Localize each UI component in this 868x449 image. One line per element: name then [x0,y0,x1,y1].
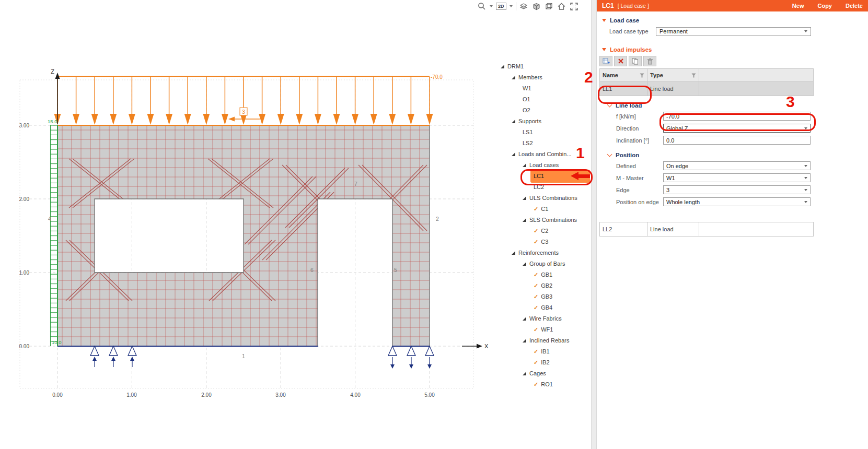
tree-item-o2[interactable]: O2 [496,105,591,116]
collapse-icon[interactable] [602,19,606,22]
add-impulse-button[interactable] [599,56,612,66]
zoom-dropdown-icon[interactable] [490,5,493,7]
f-input[interactable] [663,112,811,121]
tree-item-wire-fabrics[interactable]: Wire Fabrics [496,313,591,324]
structural-view[interactable]: -70.0 3 15.0 10.0 Z [0,0,495,449]
tree-item-ib2[interactable]: ✓IB2 [496,357,591,368]
tree-item-gb2[interactable]: ✓GB2 [496,280,591,291]
tree-item-gb4[interactable]: ✓GB4 [496,302,591,313]
tree-item-c2[interactable]: ✓C2 [496,226,591,237]
checkbox-checked-icon[interactable]: ✓ [534,302,538,313]
delete-impulse-button[interactable] [614,56,627,66]
tree-item-group-of-bars[interactable]: Group of Bars [496,258,591,269]
tree-item-supports[interactable]: Supports [496,116,591,127]
checkbox-checked-icon[interactable]: ✓ [534,269,538,280]
checkbox-checked-icon[interactable]: ✓ [534,291,538,302]
checkbox-checked-icon[interactable]: ✓ [534,346,538,357]
expand-icon[interactable] [523,372,526,375]
inclination-input[interactable] [663,136,811,145]
load-impulses-section-header[interactable]: Load impulses [602,46,868,53]
table-row-ll1[interactable]: LL1 Line load [599,82,814,96]
column-type[interactable]: Type [647,69,699,81]
zoom-icon[interactable] [477,2,487,11]
expand-icon[interactable] [523,218,526,222]
tree-item-ro1[interactable]: ✓RO1 [496,379,591,390]
collapse-icon[interactable] [602,48,606,51]
cell-ll1-name[interactable]: LL1 [600,82,647,96]
cell-ll1-type[interactable]: Line load [647,82,699,96]
tree-item-members[interactable]: Members [496,72,591,83]
tree-item-gb1[interactable]: ✓GB1 [496,269,591,280]
column-name[interactable]: Name [600,69,647,81]
tree-item-wf1[interactable]: ✓WF1 [496,324,591,335]
view-planes-icon[interactable] [519,2,529,11]
view-cube-wire-icon[interactable] [545,2,554,11]
tree-item-w1[interactable]: W1 [496,83,591,94]
zoom-fit-icon[interactable] [570,2,579,11]
cell-ll2-type[interactable]: Line load [647,222,699,236]
expand-icon[interactable] [523,196,526,200]
tree-item-cages[interactable]: Cages [496,368,591,379]
edge-select[interactable]: 3 [663,185,811,194]
tree-item-lc1[interactable]: LC1 [496,171,591,182]
home-icon[interactable] [557,2,566,11]
copy-impulse-button[interactable] [629,56,642,66]
tree-item-lc2[interactable]: LC2 [496,182,591,193]
panel-splitter[interactable] [591,0,597,449]
expand-icon[interactable] [512,251,515,255]
copy-button[interactable]: Copy [817,3,832,9]
tree-item-drm1[interactable]: DRM1 [496,61,591,72]
tree-item-load-cases[interactable]: Load cases [496,160,591,171]
chevron-down-icon[interactable] [607,102,612,107]
expand-icon[interactable] [501,65,504,68]
tree-item-inclined-rebars[interactable]: Inclined Rebars [496,335,591,346]
view-mode-dropdown-icon[interactable] [510,5,513,7]
tree-item-loads-and-combin-[interactable]: Loads and Combin... [496,149,591,160]
checkbox-checked-icon[interactable]: ✓ [534,324,538,335]
table-row-ll2[interactable]: LL2 Line load [599,222,814,237]
filter-icon[interactable] [691,73,696,78]
direction-select[interactable]: Global Z [663,124,811,133]
expand-icon[interactable] [523,163,526,167]
load-case-section-header[interactable]: Load case [602,17,868,23]
chevron-down-icon[interactable] [607,151,612,157]
checkbox-checked-icon[interactable]: ✓ [534,379,538,390]
load-case-type-select[interactable]: Permanent [656,27,811,36]
trash-icon[interactable] [643,56,656,66]
expand-icon[interactable] [512,152,515,156]
tree-item-ls2[interactable]: LS2 [496,138,591,149]
line-load-arrows[interactable] [54,77,433,125]
tree-item-uls-combinations[interactable]: ULS Combinations [496,193,591,204]
view-cube-solid-icon[interactable] [532,2,541,11]
expand-icon[interactable] [523,262,526,266]
line-support-left[interactable] [51,125,58,346]
tree-item-reinforcements[interactable]: Reinforcements [496,247,591,258]
expand-icon[interactable] [512,76,515,79]
new-button[interactable]: New [792,3,804,9]
master-select[interactable]: W1 [663,173,811,182]
tree-item-c3[interactable]: ✓C3 [496,237,591,247]
tree-item-ib1[interactable]: ✓IB1 [496,346,591,357]
tree-item-c1[interactable]: ✓C1 [496,204,591,215]
cell-ll2-name[interactable]: LL2 [600,222,647,236]
checkbox-checked-icon[interactable]: ✓ [534,237,538,247]
defined-select[interactable]: On edge [663,161,811,170]
checkbox-checked-icon[interactable]: ✓ [534,280,538,291]
checkbox-checked-icon[interactable]: ✓ [534,226,538,237]
checkbox-checked-icon[interactable]: ✓ [534,357,538,368]
expand-icon[interactable] [523,339,526,342]
tree-item-sls-combinations[interactable]: SLS Combinations [496,215,591,226]
position-on-edge-select[interactable]: Whole length [663,197,811,206]
viewport-2d[interactable]: -70.0 3 15.0 10.0 Z [0,0,495,449]
tree-item-gb3[interactable]: ✓GB3 [496,291,591,302]
checkbox-checked-icon[interactable]: ✓ [534,204,538,215]
expand-icon[interactable] [512,120,515,123]
delete-button[interactable]: Delete [846,3,863,9]
line-load-subsection[interactable]: Line load [608,102,814,109]
position-subsection[interactable]: Position [608,152,814,158]
filter-icon[interactable] [640,73,644,78]
bottom-supports[interactable] [90,346,434,369]
expand-icon[interactable] [523,317,526,321]
tree-item-o1[interactable]: O1 [496,94,591,105]
view-mode-select[interactable]: 2D [496,3,506,10]
